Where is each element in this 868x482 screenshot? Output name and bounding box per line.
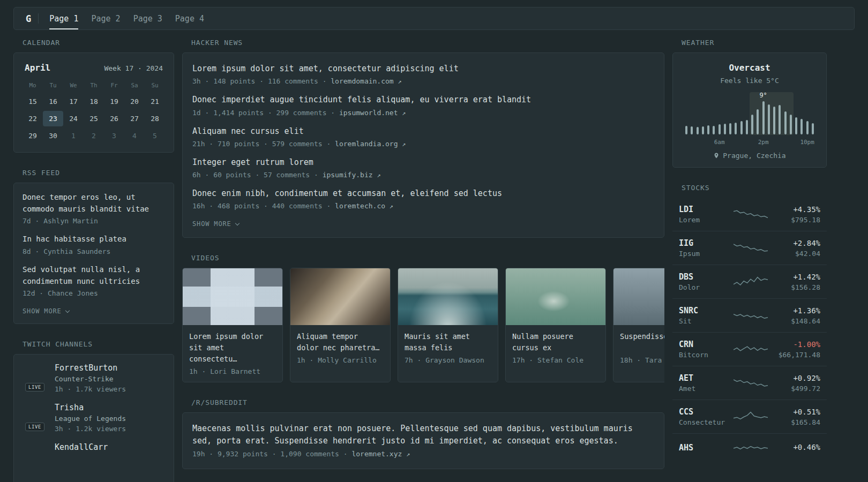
video-meta: 1h · Molly Carrillo [297,356,384,364]
calendar-day: 16 [43,94,63,109]
weather-bar-slot [783,101,788,134]
videos-section-title: VIDEOS [191,254,664,262]
stock-sparkline [734,207,768,222]
weather-hour-bar [724,124,726,134]
stock-row-iig[interactable]: IIGIpsum +2.84%$42.04 [672,231,827,265]
channel-name: Trisha [55,403,126,412]
hn-story-title[interactable]: Integer eget rutrum lorem [192,156,654,169]
weather-bar-slot [711,101,716,134]
calendar-day: 3 [104,128,124,144]
weather-bar-slot [810,101,815,134]
weather-hour-bar [812,123,814,134]
video-thumbnail [183,268,282,325]
twitch-channel-forrestburton[interactable]: LIVE ForrestBurton Counter-Strike 1h · 1… [23,363,165,393]
rss-card: Donec tempor eros leo, ut commodo mauris… [13,183,174,324]
weather-hour-bar [784,111,787,134]
weather-bar-slot [689,101,694,134]
stock-price: $795.18 [775,216,820,224]
hn-story-domain-link[interactable]: loremtech.co ↗ [335,202,393,210]
rss-item-title[interactable]: Donec tempor eros leo, ut commodo mauris… [23,192,165,215]
rss-show-more-button[interactable]: SHOW MORE [23,307,69,315]
stocks-section-title: STOCKS [682,184,827,192]
hn-story-domain-link[interactable]: loremlandia.org ↗ [335,140,406,148]
video-card[interactable]: Suspendisse diam 18h · Tara [613,268,664,382]
weather-hour-bar [779,105,781,134]
twitch-channel-kendallcarr[interactable]: KendallCarr [23,442,165,467]
video-thumbnail [398,268,498,325]
stock-symbol: IIG [679,238,726,248]
weather-hour-bar [757,109,759,134]
hackernews-section-title: HACKER NEWS [191,39,664,47]
left-column: CALENDAR April Week 17 · 2024 MoTuWeThFr… [13,39,174,482]
calendar-month-label: April [25,63,50,73]
subreddit-post-domain-link[interactable]: loremnet.xyz ↗ [351,450,410,458]
hn-story-domain-link[interactable]: ipsumify.biz ↗ [323,171,381,179]
hn-show-more-button[interactable]: SHOW MORE [192,220,239,228]
weather-bar-slot [805,101,810,134]
rss-item: Donec tempor eros leo, ut commodo mauris… [23,192,165,225]
stock-row-crn[interactable]: CRNBitcorn -1.00%$66,171.48 [672,332,827,366]
tab-page-1[interactable]: Page 1 [49,7,78,29]
channel-viewers: 3h · 1.2k viewers [55,425,126,433]
weather-bar-slot [684,101,689,134]
calendar-day: 28 [145,111,165,126]
tab-page-3[interactable]: Page 3 [133,7,162,29]
hn-story: Aliquam nec cursus elit 21h · 710 points… [192,125,654,148]
rss-item-title[interactable]: Sed volutpat nulla nisl, a condimentum n… [23,264,165,287]
subreddit-post-title[interactable]: Maecenas mollis pulvinar erat non posuer… [192,423,654,448]
tab-page-4[interactable]: Page 4 [175,7,204,29]
hn-story-title[interactable]: Donec imperdiet augue tincidunt felis al… [192,94,654,106]
hn-story-stats: 6h · 60 points · 57 comments · [192,171,318,179]
video-card[interactable]: Lorem ipsum dolor sit amet consectetu… 1… [182,268,283,382]
twitch-widget: TWITCH CHANNELS LIVE ForrestBurton Count… [13,340,174,482]
video-title: Nullam posuere cursus ex [512,331,599,353]
subreddit-card: Maecenas mollis pulvinar erat non posuer… [182,412,664,469]
stock-row-ahs[interactable]: AHS +0.46% [672,433,827,463]
weather-hour-bar [735,123,737,134]
channel-avatar-wrap [23,442,47,467]
stock-name: Bitcorn [679,351,726,359]
stock-name: Lorem [679,216,726,224]
stock-row-snrc[interactable]: SNRCSit +1.36%$148.64 [672,298,827,332]
live-badge: LIVE [25,383,44,391]
stock-row-ccs[interactable]: CCSConsectetur +0.51%$165.84 [672,400,827,433]
stock-row-dbs[interactable]: DBSDolor +1.42%$156.28 [672,265,827,298]
calendar-weekday-label: Th [84,78,104,92]
weather-location: Prague, Czechia [680,152,819,160]
calendar-day: 5 [145,128,165,144]
hn-story-title[interactable]: Donec enim nibh, condimentum et accumsan… [192,187,654,200]
calendar-weekday-label: Sa [124,78,145,92]
twitch-section-title: TWITCH CHANNELS [23,340,174,348]
video-title: Mauris sit amet massa felis [405,331,491,353]
video-thumbnail [290,268,390,325]
stock-sparkline [734,274,768,289]
channel-game: Counter-Strike [55,375,126,383]
channel-viewers: 1h · 1.7k viewers [55,385,126,393]
channel-info: ForrestBurton Counter-Strike 1h · 1.7k v… [55,363,126,393]
video-card[interactable]: Nullam posuere cursus ex 17h · Stefan Co… [505,268,606,382]
weather-peak-temp-label: 9° [759,92,767,99]
external-link-icon: ↗ [390,202,393,210]
hn-story-domain-link[interactable]: ipsumworld.net ↗ [339,109,406,117]
weather-hourly-chart: 9° 6am2pm10pm [684,92,815,146]
weather-hour-bar [773,107,775,134]
video-card[interactable]: Aliquam tempor dolor nec pharetra… 1h · … [290,268,391,382]
hn-story-title[interactable]: Aliquam nec cursus elit [192,125,654,138]
twitch-channel-trisha[interactable]: LIVE Trisha League of Legends 3h · 1.2k … [23,403,165,433]
stock-row-aet[interactable]: AETAmet +0.92%$499.72 [672,366,827,400]
hn-story: Lorem ipsum dolor sit amet, consectetur … [192,63,654,85]
stock-row-ldi[interactable]: LDILorem +4.35%$795.18 [672,198,827,231]
stock-price: $42.04 [775,250,820,258]
hn-story-domain-link[interactable]: loremdomain.com ↗ [331,77,401,85]
video-card[interactable]: Mauris sit amet massa felis 7h · Grayson… [398,268,498,382]
app-logo[interactable]: G [26,13,31,24]
rss-item-title[interactable]: In hac habitasse platea [23,234,165,245]
hn-story: Donec imperdiet augue tincidunt felis al… [192,94,654,116]
tab-page-2[interactable]: Page 2 [91,7,120,29]
hackernews-widget: HACKER NEWS Lorem ipsum dolor sit amet, … [182,39,664,238]
calendar-weekday-label: Fr [104,78,124,92]
hn-story-title[interactable]: Lorem ipsum dolor sit amet, consectetur … [192,63,654,75]
stock-change: +0.92% [775,374,820,382]
weather-bar-slot [766,101,772,134]
calendar-weekday-label: Mo [23,78,43,92]
